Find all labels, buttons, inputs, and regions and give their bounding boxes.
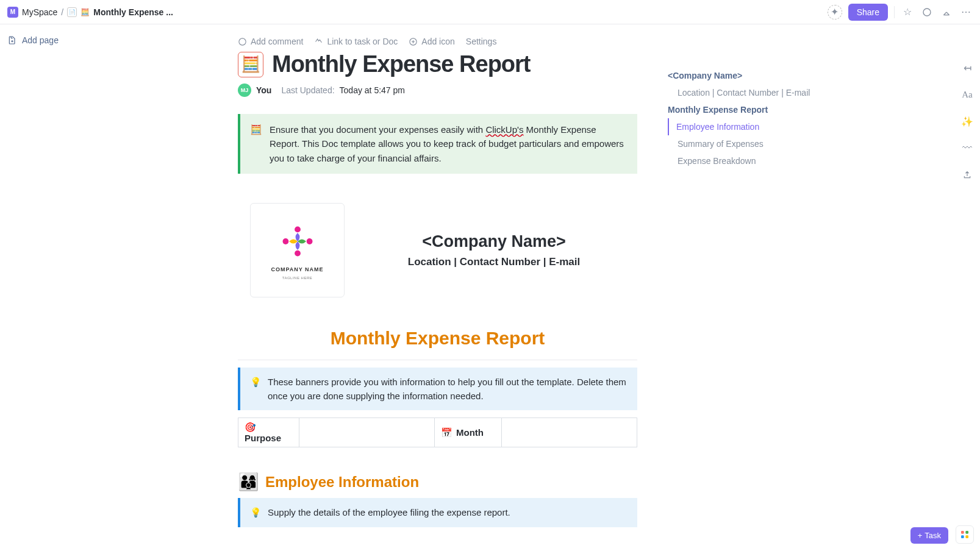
target-icon: 🎯 xyxy=(245,422,256,432)
add-icon-button[interactable]: Add icon xyxy=(409,37,454,46)
svg-point-0 xyxy=(923,9,931,16)
avatar[interactable]: MJ xyxy=(238,84,251,97)
company-info[interactable]: <Company Name> Location | Contact Number… xyxy=(363,232,625,268)
svg-point-1 xyxy=(239,38,246,44)
add-icon-label: Add icon xyxy=(421,37,454,46)
updated-time: Today at 5:47 pm xyxy=(340,85,405,95)
doc-mini-icon: 🧮 xyxy=(80,8,90,16)
topbar-right: ✦ Share ☆ ⋯ xyxy=(828,4,973,21)
workspace-icon[interactable]: M xyxy=(7,7,18,18)
logo-svg-icon xyxy=(276,220,319,263)
section-employee-info[interactable]: 👨‍👩‍👦 Employee Information xyxy=(238,472,637,492)
logo-text: COMPANY NAME xyxy=(271,266,323,272)
author-name: You xyxy=(256,85,271,95)
sidebar: Add page xyxy=(0,24,110,45)
logo-tagline: TAGLINE HERE xyxy=(282,276,313,280)
purpose-cell-value[interactable] xyxy=(299,418,435,447)
hr xyxy=(238,360,637,360)
updated-label: Last Updated: xyxy=(281,85,334,95)
outline-item[interactable]: Summary of Expenses xyxy=(668,135,851,152)
svg-point-5 xyxy=(295,251,301,257)
download-icon[interactable] xyxy=(940,5,953,19)
outline-item[interactable]: <Company Name> xyxy=(668,67,851,84)
outline-item[interactable]: Expense Breakdown xyxy=(668,152,851,169)
comments-icon[interactable] xyxy=(920,5,934,19)
calendar-icon: 📅 xyxy=(441,427,452,438)
more-icon[interactable]: ⋯ xyxy=(959,5,973,19)
wand-icon[interactable]: 〰 xyxy=(960,141,974,155)
star-icon[interactable]: ☆ xyxy=(901,5,914,19)
outline-item[interactable]: Monthly Expense Report xyxy=(668,101,851,118)
company-block: COMPANY NAME TAGLINE HERE <Company Name>… xyxy=(250,203,625,297)
svg-rect-7 xyxy=(961,531,964,534)
share-button[interactable]: Share xyxy=(848,4,888,21)
breadcrumb: M MySpace / 📄 🧮 Monthly Expense ... xyxy=(7,7,173,18)
purpose-cell-label[interactable]: 🎯Purpose xyxy=(238,418,299,447)
settings-button[interactable]: Settings xyxy=(466,37,497,46)
employee-tip-banner[interactable]: 💡 Supply the details of the employee fil… xyxy=(238,498,637,527)
export-icon[interactable] xyxy=(960,168,974,182)
outline-item[interactable]: Location | Contact Number | E-mail xyxy=(668,84,851,101)
right-rail: ↤ Aa ✨ 〰 xyxy=(960,61,974,182)
bulb-icon: 💡 xyxy=(250,505,262,519)
intro-banner-text: Ensure that you document your expenses e… xyxy=(270,123,628,165)
main-content: Add comment Link to task or Doc Add icon… xyxy=(238,24,637,535)
section-employee-title: Employee Information xyxy=(265,474,419,491)
svg-point-4 xyxy=(306,238,312,244)
ai-sparkle-icon[interactable]: ✦ xyxy=(828,5,842,20)
breadcrumb-title[interactable]: Monthly Expense ... xyxy=(93,7,173,17)
employee-tip-text: Supply the details of the employee filin… xyxy=(268,505,510,519)
add-page-label: Add page xyxy=(22,35,59,45)
doc-icon: 📄 xyxy=(67,7,77,17)
apps-button[interactable] xyxy=(956,525,974,544)
clickup-link[interactable]: ClickUp's xyxy=(485,124,523,135)
doc-emoji-icon[interactable]: 🧮 xyxy=(238,52,263,77)
topbar: M MySpace / 📄 🧮 Monthly Expense ... ✦ Sh… xyxy=(0,0,980,24)
tip-banner-text: These banners provide you with informati… xyxy=(268,375,628,403)
doc-actions: Add comment Link to task or Doc Add icon… xyxy=(238,37,637,46)
svg-rect-9 xyxy=(961,535,964,538)
purpose-month-table[interactable]: 🎯Purpose 📅Month xyxy=(238,418,637,447)
task-button[interactable]: +Task xyxy=(910,527,948,544)
breadcrumb-sep: / xyxy=(61,7,63,17)
outline: <Company Name>Location | Contact Number … xyxy=(668,67,851,169)
workspace-name[interactable]: MySpace xyxy=(22,7,57,17)
svg-rect-10 xyxy=(965,535,968,538)
doc-title[interactable]: Monthly Expense Report xyxy=(272,51,531,77)
collapse-icon[interactable]: ↤ xyxy=(960,61,974,74)
section-title-report[interactable]: Monthly Expense Report xyxy=(238,328,637,349)
divider xyxy=(894,6,895,18)
people-icon: 👨‍👩‍👦 xyxy=(238,472,259,492)
author-row: MJ You Last Updated: Today at 5:47 pm xyxy=(238,84,637,97)
doc-title-row: 🧮 Monthly Expense Report xyxy=(238,51,637,77)
table-row: 🎯Purpose 📅Month xyxy=(238,418,637,447)
company-subtitle: Location | Contact Number | E-mail xyxy=(363,256,625,268)
company-logo[interactable]: COMPANY NAME TAGLINE HERE xyxy=(250,203,345,297)
svg-point-3 xyxy=(295,227,301,233)
add-comment-button[interactable]: Add comment xyxy=(238,37,303,46)
abacus-icon: 🧮 xyxy=(250,123,262,165)
add-page-button[interactable]: Add page xyxy=(7,35,110,45)
intro-banner[interactable]: 🧮 Ensure that you document your expenses… xyxy=(238,114,637,174)
svg-point-6 xyxy=(282,238,288,244)
month-cell-label[interactable]: 📅Month xyxy=(435,418,502,447)
company-name: <Company Name> xyxy=(363,232,625,251)
typography-icon[interactable]: Aa xyxy=(960,88,974,101)
link-task-button[interactable]: Link to task or Doc xyxy=(314,37,398,46)
magic-icon[interactable]: ✨ xyxy=(960,115,974,128)
tip-banner[interactable]: 💡 These banners provide you with informa… xyxy=(238,368,637,411)
link-task-label: Link to task or Doc xyxy=(327,37,398,46)
month-cell-value[interactable] xyxy=(502,418,637,447)
svg-rect-8 xyxy=(965,531,968,534)
outline-item[interactable]: Employee Information xyxy=(668,118,851,135)
add-comment-label: Add comment xyxy=(251,37,303,46)
bulb-icon: 💡 xyxy=(250,375,262,403)
